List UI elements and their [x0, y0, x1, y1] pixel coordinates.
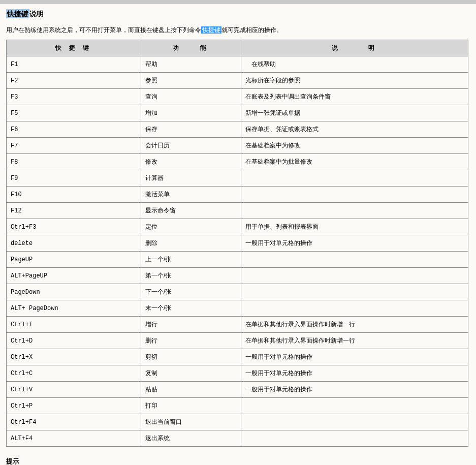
cell-key: Ctrl+X: [7, 349, 141, 365]
cell-func: 删行: [141, 333, 241, 349]
cell-desc: 在账表及列表中调出查询条件窗: [241, 89, 468, 105]
cell-desc: [241, 300, 468, 317]
cell-func: 增行: [141, 317, 241, 333]
table-header-row: 快 捷 键 功 能 说 明: [7, 40, 468, 56]
table-row: F1帮助在线帮助: [7, 56, 468, 73]
table-row: Ctrl+F3定位用于单据、列表和报表界面: [7, 219, 468, 235]
cell-key: F7: [7, 138, 141, 154]
cell-desc: [241, 203, 468, 219]
header-key: 快 捷 键: [7, 40, 141, 56]
intro-highlight: 快捷键: [201, 26, 221, 34]
cell-key: Ctrl+I: [7, 317, 141, 333]
cell-key: F6: [7, 121, 141, 138]
cell-func: 剪切: [141, 349, 241, 365]
cell-desc: [241, 187, 468, 203]
cell-desc: [241, 170, 468, 187]
table-row: Ctrl+I增行在单据和其他行录入界面操作时新增一行: [7, 317, 468, 333]
cell-key: F3: [7, 89, 141, 105]
table-row: delete删除一般用于对单元格的操作: [7, 235, 468, 252]
cell-key: ALT+ PageDown: [7, 300, 141, 317]
cell-desc: 在单据和其他行录入界面操作时新增一行: [241, 333, 468, 349]
cell-func: 上一个/张: [141, 252, 241, 268]
cell-func: 计算器: [141, 170, 241, 187]
cell-key: Ctrl+C: [7, 365, 141, 382]
cell-key: F2: [7, 73, 141, 89]
table-row: F12显示命令窗: [7, 203, 468, 219]
cell-func: 打印: [141, 398, 241, 414]
table-row: ALT+ PageDown末一个/张: [7, 300, 468, 317]
cell-key: Ctrl+F4: [7, 414, 141, 430]
cell-key: F8: [7, 154, 141, 170]
cell-desc: 光标所在字段的参照: [241, 73, 468, 89]
page-heading: 快捷键说明: [6, 10, 470, 19]
cell-desc: 保存单据、凭证或账表格式: [241, 121, 468, 138]
table-row: F7会计日历在基础档案中为修改: [7, 138, 468, 154]
table-row: Ctrl+P打印: [7, 398, 468, 414]
cell-func: 修改: [141, 154, 241, 170]
table-row: F9计算器: [7, 170, 468, 187]
cell-func: 显示命令窗: [141, 203, 241, 219]
cell-desc: [241, 430, 468, 447]
cell-desc: 一般用于对单元格的操作: [241, 235, 468, 252]
cell-desc: 一般用于对单元格的操作: [241, 382, 468, 398]
cell-func: 复制: [141, 365, 241, 382]
cell-func: 末一个/张: [141, 300, 241, 317]
shortcut-table: 快 捷 键 功 能 说 明 F1帮助在线帮助F2参照光标所在字段的参照F3查询在…: [6, 40, 468, 447]
cell-func: 退出系统: [141, 430, 241, 447]
cell-desc: [241, 268, 468, 284]
table-body: F1帮助在线帮助F2参照光标所在字段的参照F3查询在账表及列表中调出查询条件窗F…: [7, 56, 468, 447]
table-row: F10激活菜单: [7, 187, 468, 203]
cell-key: delete: [7, 235, 141, 252]
header-desc: 说 明: [241, 40, 468, 56]
cell-key: F5: [7, 105, 141, 121]
cell-desc: 在单据和其他行录入界面操作时新增一行: [241, 317, 468, 333]
cell-key: F1: [7, 56, 141, 73]
table-row: PageDown下一个/张: [7, 284, 468, 300]
heading-highlight: 快捷键: [6, 9, 29, 18]
table-row: Ctrl+D删行在单据和其他行录入界面操作时新增一行: [7, 333, 468, 349]
cell-key: ALT+PageUP: [7, 268, 141, 284]
cell-func: 保存: [141, 121, 241, 138]
table-row: F3查询在账表及列表中调出查询条件窗: [7, 89, 468, 105]
cell-key: Ctrl+P: [7, 398, 141, 414]
intro-after: 就可完成相应的操作。: [221, 26, 282, 34]
cell-desc: 用于单据、列表和报表界面: [241, 219, 468, 235]
intro-paragraph: 用户在熟练使用系统之后，可不用打开菜单，而直接在键盘上按下列命令快捷键就可完成相…: [6, 26, 470, 35]
intro-before: 用户在熟练使用系统之后，可不用打开菜单，而直接在键盘上按下列命令: [6, 26, 201, 34]
table-row: F5增加新增一张凭证或单据: [7, 105, 468, 121]
cell-func: 会计日历: [141, 138, 241, 154]
cell-key: F10: [7, 187, 141, 203]
table-row: F8修改在基础档案中为批量修改: [7, 154, 468, 170]
cell-key: Ctrl+D: [7, 333, 141, 349]
cell-func: 定位: [141, 219, 241, 235]
cell-desc: 一般用于对单元格的操作: [241, 365, 468, 382]
cell-key: Ctrl+V: [7, 382, 141, 398]
table-row: ALT+F4退出系统: [7, 430, 468, 447]
cell-desc: 在线帮助: [241, 56, 468, 73]
cell-key: ALT+F4: [7, 430, 141, 447]
cell-func: 帮助: [141, 56, 241, 73]
table-row: Ctrl+C复制一般用于对单元格的操作: [7, 365, 468, 382]
cell-desc: [241, 398, 468, 414]
table-row: F2参照光标所在字段的参照: [7, 73, 468, 89]
cell-func: 退出当前窗口: [141, 414, 241, 430]
cell-key: PageDown: [7, 284, 141, 300]
table-row: Ctrl+X剪切一般用于对单元格的操作: [7, 349, 468, 365]
heading-rest: 说明: [29, 10, 44, 18]
cell-desc: [241, 252, 468, 268]
header-func: 功 能: [141, 40, 241, 56]
cell-func: 粘贴: [141, 382, 241, 398]
cell-desc: [241, 414, 468, 430]
table-row: F6保存保存单据、凭证或账表格式: [7, 121, 468, 138]
table-row: Ctrl+V粘贴一般用于对单元格的操作: [7, 382, 468, 398]
document-content: 快捷键说明 用户在熟练使用系统之后，可不用打开菜单，而直接在键盘上按下列命令快捷…: [0, 4, 476, 465]
cell-desc: 在基础档案中为修改: [241, 138, 468, 154]
cell-key: F9: [7, 170, 141, 187]
cell-desc: [241, 284, 468, 300]
cell-func: 删除: [141, 235, 241, 252]
cell-func: 激活菜单: [141, 187, 241, 203]
tips-title: 提示: [6, 457, 470, 465]
cell-key: PageUP: [7, 252, 141, 268]
cell-func: 查询: [141, 89, 241, 105]
cell-func: 第一个/张: [141, 268, 241, 284]
